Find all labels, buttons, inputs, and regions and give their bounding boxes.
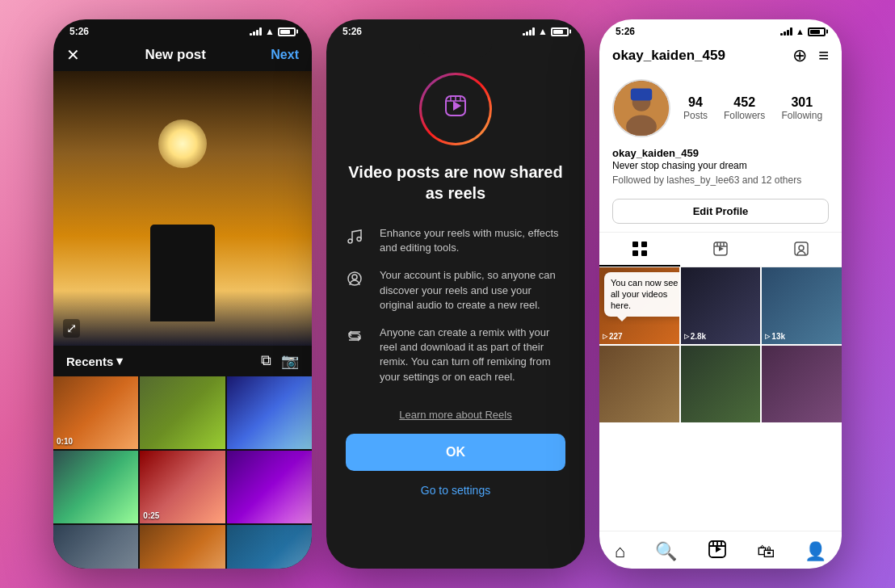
- ok-button[interactable]: OK: [346, 434, 565, 471]
- svg-point-7: [352, 275, 357, 279]
- learn-more-link[interactable]: Learn more about Reels: [399, 409, 511, 421]
- remix-icon: [346, 327, 368, 349]
- profile-header-icons: ⊕ ≡: [792, 45, 829, 66]
- status-bar-3: 5:26 ▲: [599, 19, 842, 40]
- grid-item[interactable]: [227, 376, 312, 449]
- nav-search-icon[interactable]: 🔍: [655, 541, 677, 562]
- grid-item[interactable]: 0:10: [53, 376, 138, 449]
- following-stat[interactable]: 301 Following: [781, 95, 822, 121]
- posts-count: 94: [688, 95, 703, 110]
- bio-text: Never stop chasing your dream: [612, 159, 829, 173]
- nav-shop-icon[interactable]: 🛍: [757, 541, 775, 562]
- camera-icon[interactable]: 📷: [281, 352, 299, 370]
- feature-item-music: Enhance your reels with music, effects a…: [346, 226, 565, 255]
- posts-label: Posts: [683, 110, 708, 121]
- feature-item-remix: Anyone can create a remix with your reel…: [346, 326, 565, 384]
- nav-home-icon[interactable]: ⌂: [615, 541, 625, 562]
- profile-grid-item[interactable]: [762, 346, 842, 422]
- status-time-2: 5:26: [342, 26, 362, 37]
- profile-content-tabs: [599, 232, 842, 267]
- new-post-header: ✕ New post Next: [53, 40, 312, 71]
- followers-label: Followers: [724, 110, 765, 121]
- status-bar-1: 5:26 ▲: [53, 19, 312, 40]
- svg-marker-25: [716, 546, 721, 552]
- svg-point-23: [799, 246, 804, 250]
- bio-username: okay_kaiden_459: [612, 147, 829, 159]
- profile-info-row: 94 Posts 452 Followers 301 Following: [599, 73, 842, 144]
- svg-rect-22: [795, 242, 808, 255]
- svg-marker-17: [719, 246, 724, 251]
- feature-item-public: Your account is public, so anyone can di…: [346, 268, 565, 313]
- profile-grid-item[interactable]: You can now see all your videos here. ▷ …: [599, 267, 679, 344]
- svg-point-10: [626, 116, 657, 138]
- close-button[interactable]: ✕: [66, 45, 80, 65]
- album-icons: ⧉ 📷: [261, 352, 299, 370]
- menu-icon[interactable]: ≡: [818, 45, 829, 66]
- next-button[interactable]: Next: [271, 48, 299, 62]
- grid-item[interactable]: [140, 376, 225, 449]
- svg-rect-12: [632, 242, 638, 247]
- tab-grid[interactable]: [599, 233, 680, 267]
- multiselect-icon[interactable]: ⧉: [261, 352, 271, 370]
- svg-rect-11: [631, 88, 652, 100]
- nav-reels-icon[interactable]: [708, 540, 727, 564]
- followers-count: 452: [733, 95, 755, 110]
- album-label[interactable]: Recents ▾: [66, 354, 123, 368]
- feature-text-public: Your account is public, so anyone can di…: [380, 268, 565, 313]
- profile-video-grid: You can now see all your videos here. ▷ …: [599, 267, 842, 422]
- followers-stat[interactable]: 452 Followers: [724, 95, 765, 121]
- status-icons-2: ▲: [523, 26, 569, 37]
- avatar: [612, 79, 670, 137]
- play-icon: ▷: [603, 333, 607, 340]
- feature-list: Enhance your reels with music, effects a…: [346, 226, 565, 384]
- following-label: Following: [781, 110, 822, 121]
- grid-item[interactable]: [53, 451, 138, 523]
- edit-profile-button[interactable]: Edit Profile: [612, 199, 829, 224]
- profile-grid-item[interactable]: ▷ 13k: [762, 267, 842, 344]
- wifi-icon-1: ▲: [265, 26, 275, 37]
- phone-profile: 5:26 ▲ okay_kaiden_459 ⊕ ≡: [599, 19, 842, 569]
- profile-bio: okay_kaiden_459 Never stop chasing your …: [599, 144, 842, 194]
- status-icons-1: ▲: [250, 26, 296, 37]
- album-bar: Recents ▾ ⧉ 📷: [53, 346, 312, 376]
- reels-play-icon: [443, 93, 469, 125]
- photo-grid: 0:10 0:25: [53, 376, 312, 569]
- video-count-1: ▷ 227: [603, 332, 623, 341]
- profile-grid-item[interactable]: ▷ 2.8k: [681, 267, 761, 344]
- tab-tagged[interactable]: [761, 233, 842, 267]
- phone-reels-info: 5:26 ▲: [326, 19, 585, 569]
- svg-marker-1: [453, 101, 461, 111]
- status-time-3: 5:26: [616, 26, 635, 37]
- profile-stats: 94 Posts 452 Followers 301 Following: [683, 95, 822, 121]
- add-content-icon[interactable]: ⊕: [792, 45, 807, 66]
- reels-info-content: Video posts are now shared as reels Enha…: [326, 57, 585, 513]
- phone-new-post: 5:26 ▲ ✕ New post Next ⤢ Recents ▾: [53, 19, 312, 569]
- avatar-image: [614, 81, 669, 136]
- tab-reels[interactable]: [680, 233, 761, 267]
- video-duration: 0:25: [143, 511, 159, 520]
- nav-profile-icon[interactable]: 👤: [805, 541, 826, 562]
- signal-icon-3: [780, 27, 792, 36]
- tooltip-bubble: You can now see all your videos here.: [604, 272, 679, 317]
- battery-icon-1: [278, 27, 296, 36]
- wifi-icon-3: ▲: [796, 27, 805, 36]
- profile-username-header: okay_kaiden_459: [612, 48, 725, 64]
- expand-icon[interactable]: ⤢: [63, 319, 80, 338]
- svg-rect-15: [641, 250, 647, 256]
- profile-grid-item[interactable]: [599, 346, 679, 422]
- following-count: 301: [791, 95, 813, 110]
- grid-item[interactable]: [227, 451, 312, 523]
- grid-item[interactable]: [227, 525, 312, 569]
- profile-grid-item[interactable]: [681, 346, 761, 422]
- grid-item[interactable]: [140, 525, 225, 569]
- chevron-down-icon: ▾: [116, 354, 123, 368]
- grid-item[interactable]: 0:25: [140, 451, 225, 523]
- grid-item[interactable]: [53, 525, 138, 569]
- sun-effect: [158, 120, 207, 168]
- play-icon: ▷: [765, 333, 770, 340]
- posts-stat: 94 Posts: [683, 95, 708, 121]
- photo-preview: ⤢: [53, 71, 312, 346]
- reels-icon-circle: [419, 73, 492, 145]
- page-title: New post: [145, 47, 206, 63]
- go-to-settings-link[interactable]: Go to settings: [421, 484, 490, 497]
